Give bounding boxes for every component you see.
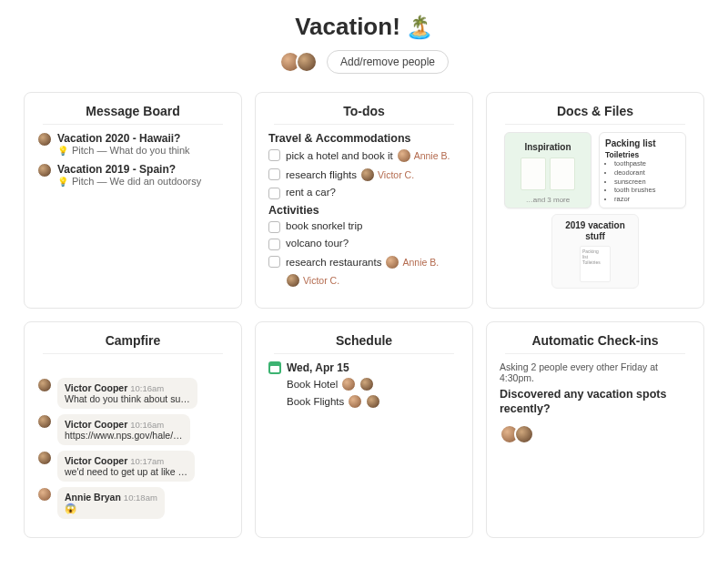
lightbulb-icon: 💡 [57,146,68,156]
image-thumbnail [521,157,546,190]
schedule-item-text: Book Hotel [287,379,338,390]
schedule-date: Wed, Apr 15 [287,361,349,374]
card-title: Docs & Files [505,104,685,125]
todo-item[interactable]: book snorkel trip [268,220,460,233]
avatar [397,148,411,163]
chat-body: https://www.nps.gov/hale/… [65,430,183,441]
page-title-text: Vacation! [295,13,400,41]
todo-checkbox[interactable] [268,149,280,161]
todo-checkbox[interactable] [268,188,280,199]
doc-title: Packing list [605,138,680,148]
chat-time: 10:16am [130,383,164,393]
doc-list-item: deodorant [614,168,680,178]
message-board-card[interactable]: Message Board Vacation 2020 - Hawaii? 💡P… [24,92,242,309]
doc-folder-2019[interactable]: 2019 vacation stuff PackinglistToiletrie… [551,214,639,289]
message-item[interactable]: Vacation 2019 - Spain? 💡Pitch — We did a… [37,163,228,187]
doc-subtitle: Toiletries [605,150,680,159]
chat-message: Annie Bryan10:18am 😱 [37,487,228,519]
todo-item[interactable]: volcano tour? [268,238,460,250]
message-item[interactable]: Vacation 2020 - Hawaii? 💡Pitch — What do… [37,132,228,156]
todo-item[interactable]: research restaurants Annie B. Victor C. [268,255,460,288]
message-subtitle: Pitch — What do you think [72,145,190,156]
checkin-meta: Asking 2 people every other Friday at 4:… [500,361,691,383]
todo-item[interactable]: rent a car? [268,187,460,199]
docs-files-card[interactable]: Docs & Files Inspiration …and 3 more Pac… [486,92,704,309]
card-title: Campfire [43,333,223,354]
todo-item[interactable]: research flights Victor C. [268,168,460,182]
todo-assignee: Victor C. [303,275,339,286]
chat-time: 10:16am [130,420,164,430]
avatar [360,168,375,182]
todo-text: book snorkel trip [286,220,362,231]
avatar [385,255,399,269]
campfire-card[interactable]: Campfire Victor Cooper10:16am What do yo… [24,321,242,538]
doc-thumbnail: PackinglistToiletries [580,246,611,282]
lightbulb-icon: 💡 [57,177,68,187]
message-subtitle: Pitch — We did an outdoorsy [72,176,201,187]
avatar [341,377,356,391]
card-title: Schedule [274,333,454,354]
todo-text: pick a hotel and book it [286,150,393,161]
doc-title: 2019 vacation stuff [558,220,632,242]
palm-island-icon: 🏝️ [406,15,433,40]
doc-list-item: tooth brushes [614,186,680,195]
todo-group-title[interactable]: Travel & Accommodations [268,132,460,145]
todo-group-title[interactable]: Activities [268,204,460,217]
message-title: Vacation 2020 - Hawaii? [57,132,228,145]
doc-list-item: razor [614,195,680,204]
avatar [37,132,52,147]
chat-time: 10:17am [130,456,164,466]
todo-assignee: Annie B. [414,150,450,161]
card-title: Automatic Check-ins [505,333,685,354]
doc-list-item: toothpaste [614,159,680,168]
avatar [514,424,534,444]
chat-author: Victor Cooper [65,419,127,430]
chat-author: Victor Cooper [65,382,127,393]
calendar-icon [268,361,281,374]
avatar [37,378,52,392]
chat-body: 😱 [65,503,157,514]
chat-message: Victor Cooper10:16am What do you think a… [37,378,228,409]
todo-checkbox[interactable] [268,221,280,233]
todo-text: volcano tour? [286,238,349,249]
chat-message: Victor Cooper10:16am https://www.nps.gov… [37,414,228,445]
avatar [37,487,52,502]
chat-message: Victor Cooper10:17am we'd need to get up… [37,451,228,482]
schedule-card[interactable]: Schedule Wed, Apr 15 Book Hotel Book Fli… [255,321,473,538]
todo-checkbox[interactable] [268,168,280,180]
avatar [286,273,300,288]
todo-checkbox[interactable] [268,239,280,250]
avatar [37,451,52,465]
todos-card[interactable]: To-dos Travel & Accommodations pick a ho… [255,92,473,309]
doc-item-inspiration[interactable]: Inspiration …and 3 more [504,132,592,208]
chat-author: Annie Bryan [65,492,121,503]
image-thumbnail [550,157,575,190]
more-count: …and 3 more [511,196,585,204]
todo-text: research restaurants [286,257,381,268]
project-people-avatars[interactable] [279,51,318,73]
avatar [37,163,52,178]
add-remove-people-button[interactable]: Add/remove people [327,50,449,74]
chat-time: 10:18am [124,493,157,503]
schedule-item[interactable]: Book Flights [287,394,460,409]
chat-body: What do you think about su… [65,393,190,404]
doc-list-item: sunscreen [614,178,680,187]
chat-body: we'd need to get up at like … [65,466,187,477]
todo-text: rent a car? [286,187,336,198]
checkins-card[interactable]: Automatic Check-ins Asking 2 people ever… [486,321,704,538]
schedule-item[interactable]: Book Hotel [287,377,460,391]
doc-item-packing-list[interactable]: Packing list Toiletries toothpaste deodo… [599,132,686,208]
todo-assignee: Annie B. [402,257,439,268]
schedule-item-text: Book Flights [287,396,344,407]
doc-title: Inspiration [511,142,585,152]
card-title: To-dos [274,104,454,125]
todo-item[interactable]: pick a hotel and book it Annie B. [268,148,460,163]
checkin-question: Discovered any vacation spots recently? [500,387,691,417]
todo-checkbox[interactable] [268,256,280,268]
todo-assignee: Victor C. [378,169,414,180]
chat-author: Victor Cooper [65,455,127,466]
avatar [348,394,362,409]
page-title: Vacation! 🏝️ [295,13,433,41]
avatar [359,377,374,391]
avatar [366,394,380,409]
